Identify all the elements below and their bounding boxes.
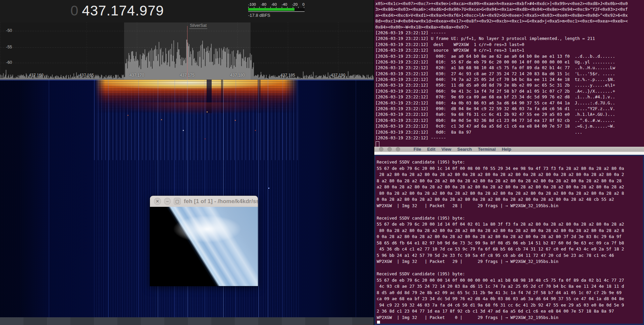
terminal-line: [2026-03-19 23:22:12] source WP2XGW 0 c/… <box>375 47 644 53</box>
terminal-cursor <box>376 141 379 147</box>
window-dot-icon[interactable] <box>387 147 392 151</box>
menu-item[interactable]: Edit <box>427 147 435 152</box>
menu-item[interactable]: Terminal <box>478 147 496 152</box>
terminal-top[interactable]: x05><0x1c><0x07><0xc7>+<0x9e>i<0xca><0x0… <box>374 0 644 147</box>
db-axis-tick: -50 <box>6 28 12 33</box>
terminal-line: [2026-03-19 23:22:12] 040: 74 7a a2 25 0… <box>375 77 644 82</box>
terminal-line: 94 c9 22 59 32 46 03 7a fa d4 c6 56 d1 9… <box>377 302 643 309</box>
frequency-axis-tick: 437.165 <box>79 73 94 78</box>
terminal-line: 8 d5 a0 dd 8d 79 2e 8b e2 09 ac 65 5c 31… <box>377 290 643 296</box>
db-axis-tick: -55 <box>6 45 12 49</box>
waterfall-signal-smear <box>101 102 288 126</box>
terminal-line: 80 0a 28 a2 80 0a 28 a2 80 0a 28 a2 80 0… <box>377 228 643 234</box>
db-axis-tick: -60 <box>6 60 12 65</box>
frequency-display[interactable]: 0437.174.979 <box>70 3 164 19</box>
terminal-line: [2026-03-19 23:22:12] 030: 27 4c 93 c8 a… <box>375 71 644 77</box>
terminal-line: [2026-03-19 23:22:12] 050: 11 d8 d5 a0 d… <box>375 82 644 88</box>
terminal-line: [2026-03-19 23:22:12] ------ <box>375 30 644 36</box>
terminal-line: [2026-03-19 23:22:12] 0a0: 9a 68 f6 31 c… <box>375 111 644 117</box>
spectrum-plot[interactable]: SilverSat -50-55-60 437.160437.165437.17… <box>0 22 374 80</box>
meter-tick-label: -80 <box>261 2 266 6</box>
meter-tick-label: 0 <box>303 2 305 6</box>
menu-item[interactable]: Help <box>502 147 511 152</box>
terminal-line: [2026-03-19 23:22:12] 0b0: 8e 0d 5e 92 3… <box>375 118 644 123</box>
terminal-line: [2026-03-19 23:22:12] U frame UI: p/f=1,… <box>375 36 644 41</box>
meter-tick-label: -20 <box>292 2 298 6</box>
terminal-line: [2026-03-19 23:22:12] 070: 9e 69 ca 09 a… <box>375 94 644 100</box>
terminal-line: 58 65 d6 fb 64 e1 82 97 b0 9d 6e 73 3c 9… <box>377 240 643 246</box>
terminal-line <box>377 265 643 271</box>
minimize-icon[interactable]: – <box>164 198 171 205</box>
meter-value: -17.8 dBFS <box>248 13 305 18</box>
terminal-line: 0 0a 28 a2 80 0a 28 a2 80 0a 28 a2 80 0a… <box>377 196 643 203</box>
waterfall-carrier-lines <box>0 80 1 317</box>
frequency-leading-zero: 0 <box>70 3 78 18</box>
terminal-line: WP2XGW | Img 32 | Packet 0 | 29 frags | … <box>377 315 643 321</box>
maximize-icon[interactable]: ▢ <box>174 198 181 205</box>
terminal-line: 45 36 db c4 c1 e2 77 10 7d ce 53 9c 79 f… <box>377 246 643 252</box>
frequency-axis-tick: 437.185 <box>280 73 295 78</box>
terminal-line: [2026-03-19 23:22:12] 010: 55 67 de eb 7… <box>375 59 644 65</box>
terminal-line: WP2XGW | Img 32 | Packet 28 | 29 frags |… <box>377 203 643 209</box>
terminal-line: [2026-03-19 23:22:12] dest WP2XGW 1 c/r=… <box>375 42 644 47</box>
meter-bar <box>248 8 305 11</box>
close-icon[interactable]: ✕ <box>154 198 161 205</box>
terminal-line: Received SSDV candidate (195) byte: <box>377 159 643 166</box>
terminal-line: [2026-03-19 23:22:12] 060: 9e 41 3c 1a f… <box>375 88 644 94</box>
bookmark-tag[interactable]: SilverSat <box>189 23 207 29</box>
terminal-line: 55 67 de eb 79 6c 20 00 1d 14 0f 04 02 0… <box>377 221 643 228</box>
terminal-line: [2026-03-19 23:22:12] 0c0: c1 3d 47 ad 6… <box>375 123 644 129</box>
terminal-line: WP2XGW | Img 32 | Packet 29 | 29 frags |… <box>377 259 643 265</box>
terminal-line: 0x84><0x00>~W<0x18><0x8a><0x8a><0x97> <box>375 24 644 30</box>
terminal-line: x05><0x1c><0x07><0xc7>+<0x9e>i<0xca><0x0… <box>375 1 644 6</box>
meter-tick-label: -100 <box>248 2 256 6</box>
window-dot-icon[interactable] <box>379 147 383 151</box>
screen: 0437.174.979 -100-80-60-40-200 -17.8 dBF… <box>0 0 644 325</box>
menu-item[interactable]: File <box>414 147 421 152</box>
menu-item[interactable]: View <box>441 147 451 152</box>
tuning-marker-line[interactable] <box>187 26 187 80</box>
menu-item[interactable]: Search <box>457 147 472 152</box>
terminal-line: 2 36 8d c1 23 04 77 1d ea 17 8f 92 cb c1… <box>377 308 643 315</box>
terminal-line: 4c 93 c8 ae 27 35 24 72 14 20 83 8a d6 1… <box>377 283 643 290</box>
terminal-line: a><0xd4><0xc6>V<0xd1><0x9a>h<0xf6>1<0xcc… <box>375 12 644 18</box>
earth-photo <box>150 207 258 286</box>
meter-tick-label: -60 <box>271 2 277 6</box>
terminal-line: Received SSDV candidate (195) byte: <box>377 271 643 277</box>
terminal-line: [2026-03-19 23:22:12] ------ <box>375 135 644 141</box>
meter-fill <box>248 8 294 11</box>
meter-scale: -100-80-60-40-200 <box>248 2 305 6</box>
window-edge-strip <box>374 152 644 155</box>
terminal-stack: x05><0x1c><0x07><0xc7>+<0x9e>i<0xca><0x0… <box>374 0 644 325</box>
terminal-line: [2026-03-19 23:22:12] 090: d8 04 8e 94 c… <box>375 106 644 111</box>
waterfall-noise-dots <box>0 80 1 81</box>
terminal-line: 28 a2 80 0a 28 a2 80 0a 28 a2 80 0a 28 a… <box>377 172 643 178</box>
window-control-dots <box>379 147 400 151</box>
frequency-axis-tick: 437.175 <box>180 73 194 78</box>
terminal-line: [2026-03-19 23:22:12] 020: a1 b8 68 98 1… <box>375 65 644 71</box>
feh-titlebar[interactable]: ✕ – ▢ feh [1 of 1] - /home/k4kdr/ss <box>150 196 258 207</box>
feh-image-area <box>150 207 258 286</box>
terminal-line: [2026-03-19 23:22:12] 080: 4a 0b 03 86 0… <box>375 100 644 106</box>
terminal-line: [2026-03-19 23:22:12] 000: ae a0 64 b0 8… <box>375 53 644 59</box>
sdr-topbar: 0437.174.979 -100-80-60-40-200 -17.8 dBF… <box>0 0 374 22</box>
frequency-axis-tick: 437.170 <box>129 73 144 78</box>
window-dot-icon[interactable] <box>396 147 400 151</box>
terminal-cursor <box>377 321 380 325</box>
terminal-line: ca 09 ae 68 ea bf 23 34 dc 5d 99 76 e2 d… <box>377 296 643 302</box>
terminal-line: 3><0x86><0x03><0xa6>:<0xd6>d<0x90>7U<0xc… <box>375 6 644 12</box>
terminal-line: Received SSDV candidate (195) byte: <box>377 215 643 222</box>
terminal-line: 55 67 de eb 79 6c 20 00 00 14 0f 00 00 0… <box>377 277 643 284</box>
feh-window[interactable]: ✕ – ▢ feh [1 of 1] - /home/k4kdr/ss <box>150 196 258 286</box>
terminal-line: 55 67 de eb 79 6c 20 00 1c 14 0f 00 08 0… <box>377 166 643 172</box>
frequency-axis-tick: 437.180 <box>230 73 245 78</box>
frequency-axis-tick: 437.190 <box>331 73 345 78</box>
terminal-bottom[interactable]: Received SSDV candidate (195) byte:55 67… <box>374 155 644 325</box>
terminal-top-lines: x05><0x1c><0x07><0xc7>+<0x9e>i<0xca><0x0… <box>375 1 644 141</box>
terminal-line: 5 96 bb 24 a1 42 57 70 5d 2e 33 fc 59 5a… <box>377 252 643 259</box>
terminal-line: [2026-03-19 23:22:12] 0d0: 8a 8a 97 ... <box>375 129 644 135</box>
meter-baseline <box>248 11 305 12</box>
menu-items: FileEditViewSearchTerminalHelp <box>414 147 511 152</box>
terminal-line: 0 0a 28 a2 80 0a 28 a2 80 0a 28 a2 80 0a… <box>377 234 643 240</box>
terminal-line: 8d><0xc1>#<0x04>w<0x1d><0xea><0x17><0x8f… <box>375 18 644 24</box>
